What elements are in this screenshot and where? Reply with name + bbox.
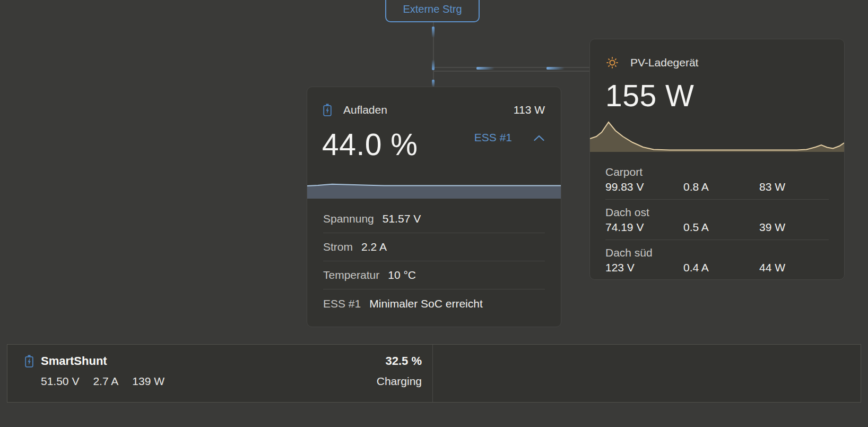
pv-charger-card[interactable]: PV-Ladegerät 155 W Carport 99.83 V 0.8 A…: [589, 39, 845, 280]
battery-soc-value: 44.0 %: [322, 126, 418, 163]
smartshunt-power: 139 W: [132, 375, 164, 388]
battery-icon: [25, 355, 33, 368]
tracker-current: 0.5 A: [683, 220, 759, 234]
tracker-voltage: 123 V: [605, 260, 683, 275]
tracker-power: 83 W: [759, 180, 829, 194]
external-control-node[interactable]: Externe Strg: [385, 0, 480, 22]
smartshunt-name: SmartShunt: [41, 354, 107, 368]
tracker-voltage: 99.83 V: [605, 180, 683, 194]
ess-label: ESS #1: [474, 131, 512, 144]
smartshunt-list-item[interactable]: SmartShunt 32.5 % 51.50 V 2.7 A 139 W Ch…: [7, 345, 432, 402]
battery-row-voltage: Spannung 51.57 V: [323, 205, 545, 233]
battery-detail-rows: Spannung 51.57 V Strom 2.2 A Temperatur …: [323, 205, 545, 318]
battery-soc-sparkline: [307, 176, 561, 199]
tracker-power: 39 W: [759, 220, 829, 234]
battery-power-value: 113 W: [514, 104, 545, 116]
tracker-power: 44 W: [759, 260, 829, 275]
battery-icon: [323, 104, 332, 116]
pv-tracker-carport: Carport 99.83 V 0.8 A 83 W: [605, 159, 829, 200]
connector-horizontal-line-bottom: [433, 71, 589, 72]
sun-icon: [606, 56, 619, 69]
tracker-voltage: 74.19 V: [605, 220, 683, 234]
power-flow-dash-vertical-1: [432, 27, 435, 38]
smartshunt-voltage: 51.50 V: [41, 375, 79, 388]
device-list-empty-cell: [432, 345, 861, 402]
tracker-current: 0.4 A: [683, 260, 759, 275]
battery-card[interactable]: Aufladen 113 W 44.0 % ESS #1 Spannung 51…: [307, 87, 561, 327]
external-control-label: Externe Strg: [403, 3, 462, 15]
system-overview: Externe Strg Aufladen 113 W 44.0 % ESS #…: [0, 0, 868, 427]
pv-power-sparkline: [590, 113, 844, 152]
battery-row-current: Strom 2.2 A: [323, 233, 545, 261]
battery-card-title: Aufladen: [343, 104, 387, 116]
battery-row-ess-state: ESS #1 Minimaler SoC erreicht: [323, 289, 545, 318]
pv-power-value: 155 W: [605, 78, 694, 114]
smartshunt-state: Charging: [377, 375, 422, 388]
pv-tracker-dach-ost: Dach ost 74.19 V 0.5 A 39 W: [605, 200, 829, 240]
connector-horizontal-line-top: [433, 67, 589, 68]
device-list-panel: SmartShunt 32.5 % 51.50 V 2.7 A 139 W Ch…: [7, 344, 861, 403]
power-flow-dash-vertical-3: [432, 80, 435, 87]
ess-toggle[interactable]: ESS #1: [474, 131, 545, 144]
battery-card-header: Aufladen 113 W: [323, 103, 545, 117]
smartshunt-soc: 32.5 %: [386, 354, 422, 368]
chevron-up-icon[interactable]: [533, 134, 545, 141]
power-flow-dash-vertical-2: [432, 59, 435, 70]
power-flow-dash-horizontal-1: [476, 67, 494, 70]
smartshunt-current: 2.7 A: [93, 375, 118, 388]
pv-card-title: PV-Ladegerät: [630, 56, 698, 69]
pv-tracker-dach-sued: Dach süd 123 V 0.4 A 44 W: [605, 240, 829, 280]
tracker-current: 0.8 A: [683, 180, 759, 194]
pv-card-header: PV-Ladegerät: [606, 56, 828, 69]
battery-row-temperature: Temperatur 10 °C: [323, 261, 545, 289]
power-flow-dash-horizontal-2: [546, 67, 565, 70]
pv-tracker-rows: Carport 99.83 V 0.8 A 83 W Dach ost 74.1…: [605, 159, 829, 280]
